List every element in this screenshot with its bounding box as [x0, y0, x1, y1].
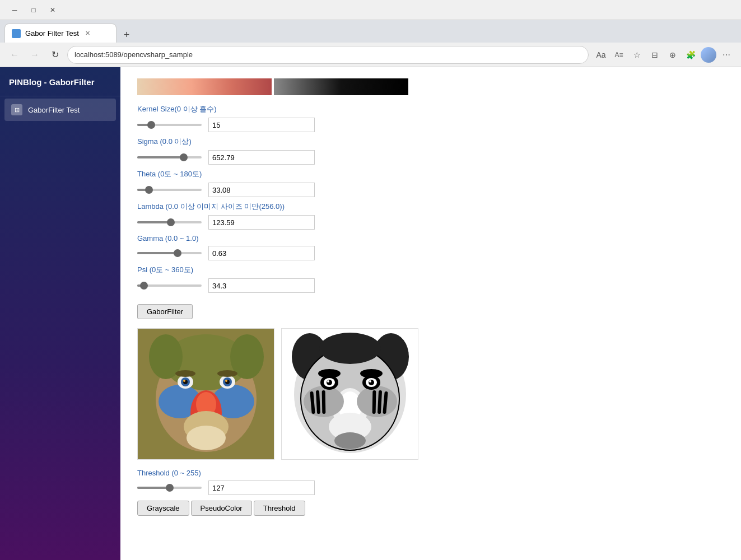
tab-favicon: [12, 29, 21, 38]
theta-row: [137, 183, 724, 197]
sigma-label: Sigma (0.0 이상): [137, 137, 724, 147]
psi-track: [137, 284, 202, 287]
mandrill-bw-svg: [282, 329, 418, 460]
svg-point-42: [369, 380, 374, 385]
gamma-input[interactable]: [208, 246, 315, 260]
close-btn[interactable]: ✕: [45, 2, 60, 18]
bw-result-image: [281, 328, 418, 460]
kernel-row: [137, 118, 724, 132]
read-aloud-btn[interactable]: A≡: [611, 47, 627, 63]
gamma-slider[interactable]: [137, 248, 202, 259]
sigma-track: [137, 156, 202, 158]
toolbar-icons: Aa A≡ ☆ ⊟ ⊕ 🧩 ⋯: [593, 47, 734, 63]
psi-thumb[interactable]: [140, 282, 148, 290]
svg-point-43: [369, 380, 371, 382]
kernel-track: [137, 124, 202, 126]
gaborfilter-button[interactable]: GaborFilter: [137, 304, 193, 319]
sidebar: PINBlog - GaborFilter ⊞ GaborFilter Test: [0, 67, 120, 560]
svg-point-16: [187, 426, 226, 450]
svg-point-44: [318, 369, 341, 378]
threshold-slider[interactable]: [137, 482, 202, 493]
sidebar-item-label: GaborFilter Test: [28, 106, 80, 114]
threshold-button[interactable]: Threshold: [254, 501, 305, 516]
mandrill-color-svg: [138, 329, 274, 460]
active-tab[interactable]: Gabor Filter Test ✕: [4, 24, 116, 43]
lambda-input[interactable]: [208, 215, 315, 230]
svg-rect-32: [322, 390, 326, 414]
top-color-image-partial: [137, 78, 272, 95]
lambda-label: Lambda (0.0 이상 이미지 사이즈 미만(256.0)): [137, 202, 724, 212]
collections-btn[interactable]: ⊕: [665, 47, 681, 63]
theta-label: Theta (0도 ~ 180도): [137, 169, 724, 179]
forward-btn[interactable]: →: [27, 47, 43, 63]
menu-btn[interactable]: ⋯: [719, 47, 734, 63]
threshold-thumb[interactable]: [166, 484, 174, 492]
svg-point-20: [217, 370, 237, 377]
sigma-input[interactable]: [208, 150, 315, 165]
sigma-thumb[interactable]: [180, 153, 188, 161]
kernel-slider[interactable]: [137, 119, 202, 130]
sidebar-header: PINBlog - GaborFilter: [0, 67, 120, 96]
theta-track: [137, 189, 202, 191]
theta-input[interactable]: [208, 183, 315, 197]
theta-thumb[interactable]: [145, 186, 153, 194]
lambda-track: [137, 221, 202, 223]
address-input[interactable]: [67, 46, 589, 64]
top-images: [137, 78, 724, 95]
kernel-input[interactable]: [208, 118, 315, 132]
page-layout: PINBlog - GaborFilter ⊞ GaborFilter Test…: [0, 67, 741, 560]
new-tab-btn[interactable]: +: [119, 27, 134, 43]
profile-btn[interactable]: [701, 47, 716, 63]
pseudocolor-button[interactable]: PseudoColor: [191, 501, 252, 516]
psi-label: Psi (0도 ~ 360도): [137, 265, 724, 275]
kernel-thumb[interactable]: [147, 121, 155, 129]
svg-point-47: [334, 432, 366, 449]
sidebar-btn[interactable]: ⊟: [647, 47, 663, 63]
psi-slider[interactable]: [137, 280, 202, 291]
sidebar-item-icon: ⊞: [11, 104, 22, 115]
threshold-input[interactable]: [208, 480, 315, 495]
favorites-btn[interactable]: ☆: [629, 47, 645, 63]
tab-close-btn[interactable]: ✕: [83, 29, 92, 38]
back-btn[interactable]: ←: [7, 47, 22, 63]
browser-chrome: ─ □ ✕ Gabor Filter Test ✕ + ← → ↻ Aa A≡ …: [0, 0, 741, 560]
color-result-image: [137, 328, 274, 460]
sigma-row: [137, 150, 724, 165]
gamma-thumb[interactable]: [174, 249, 181, 257]
action-buttons: Grayscale PseudoColor Threshold: [137, 501, 724, 516]
lambda-fill: [137, 221, 171, 223]
read-mode-btn[interactable]: Aa: [593, 47, 609, 63]
sidebar-item-gaborfilter[interactable]: ⊞ GaborFilter Test: [4, 99, 116, 121]
tab-title: Gabor Filter Test: [25, 29, 79, 38]
svg-point-38: [327, 380, 332, 385]
minimize-btn[interactable]: ─: [7, 2, 22, 18]
kernel-label: Kernel Size(0 이상 홀수): [137, 104, 724, 114]
sigma-slider[interactable]: [137, 152, 202, 163]
restore-btn[interactable]: □: [26, 2, 41, 18]
psi-input[interactable]: [208, 278, 315, 293]
grayscale-button[interactable]: Grayscale: [137, 501, 189, 516]
lambda-thumb[interactable]: [167, 218, 175, 226]
extensions-btn[interactable]: 🧩: [683, 47, 698, 63]
gamma-row: [137, 246, 724, 260]
svg-point-39: [327, 380, 329, 382]
lambda-row: [137, 215, 724, 230]
theta-slider[interactable]: [137, 184, 202, 195]
svg-rect-33: [372, 390, 376, 414]
title-bar: ─ □ ✕: [0, 0, 741, 20]
lambda-slider[interactable]: [137, 217, 202, 228]
threshold-row: [137, 480, 724, 495]
gamma-label: Gamma (0.0 ~ 1.0): [137, 234, 724, 242]
svg-point-45: [360, 369, 383, 378]
gamma-fill: [137, 252, 178, 254]
svg-point-29: [357, 386, 397, 417]
svg-point-11: [183, 380, 185, 382]
svg-point-19: [175, 370, 195, 377]
sigma-fill: [137, 156, 184, 158]
top-bw-image-partial: [274, 78, 408, 95]
tab-bar: Gabor Filter Test ✕ +: [0, 20, 741, 43]
refresh-btn[interactable]: ↻: [47, 47, 63, 63]
threshold-fill: [137, 487, 170, 489]
avatar: [701, 47, 716, 63]
svg-point-15: [225, 380, 227, 382]
